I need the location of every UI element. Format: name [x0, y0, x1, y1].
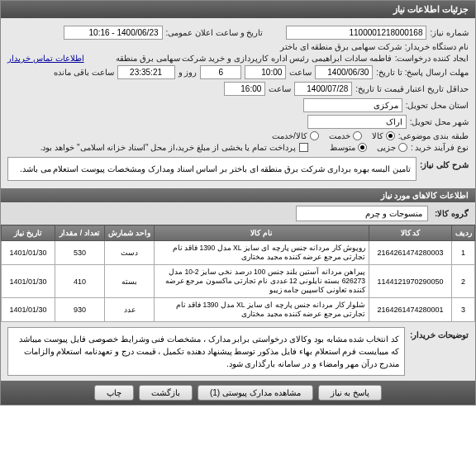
- cell-code: 2164261474280003: [369, 241, 452, 265]
- th-unit: واحد شمارش: [105, 225, 155, 241]
- footer-desc: توضیحات خریدار: کد انتخاب شده مشابه بود …: [1, 322, 475, 381]
- creator-value: فاطمه سادات ابراهیمی رئیس اداره کارپرداز…: [88, 54, 392, 63]
- cell-idx: 1: [452, 241, 475, 265]
- radio-icon: [358, 143, 367, 152]
- announce-label: تاریخ و ساعت اعلان عمومی:: [166, 28, 264, 37]
- th-idx: ردیف: [452, 225, 475, 241]
- desc-box: تامین البسه بهره برداری شرکت برق منطقه ا…: [7, 157, 416, 181]
- radio-icon: [398, 143, 407, 152]
- process-mid-radio[interactable]: متوسط: [330, 143, 367, 152]
- cell-code: 2164261474280001: [369, 298, 452, 322]
- topic-class-label: طبقه بندی موضوعی:: [398, 131, 469, 140]
- process-low-radio[interactable]: جزیی: [377, 143, 407, 152]
- remain-days: 6: [200, 65, 241, 79]
- city-label: شهر محل تحویل:: [410, 117, 469, 126]
- th-name: نام کالا: [155, 225, 369, 241]
- cell-date: 1401/01/30: [2, 298, 55, 322]
- deadline-time: 10:00: [245, 65, 286, 79]
- process-label: نوع فرآیند خرید :: [411, 143, 469, 152]
- cell-unit: دست: [105, 241, 155, 265]
- cell-code: 1144121970290050: [369, 265, 452, 298]
- payment-checkbox[interactable]: [299, 143, 308, 152]
- topic-goods-radio[interactable]: کالا: [372, 131, 395, 140]
- validity-date: 1400/07/28: [294, 82, 352, 96]
- desc-label: شرح کلی نیاز:: [420, 157, 469, 169]
- remain-suffix: ساعت باقی مانده: [54, 68, 114, 77]
- group-label: گروه کالا:: [435, 209, 469, 218]
- topic-radio-group: کالا خدمت کالا/خدمت: [272, 131, 395, 140]
- items-header: اطلاعات کالاهای مورد نیاز: [1, 188, 475, 202]
- province-label: استان محل تحویل:: [406, 101, 469, 110]
- city-value: اراک: [307, 115, 407, 129]
- main-panel: جزئیات اطلاعات نیاز شماره نیاز: 11000012…: [0, 0, 476, 405]
- saat-label-2: ساعت: [269, 84, 291, 93]
- payment-checkbox-label: پرداخت تمام یا بخشی از مبلغ خرید،از محل …: [40, 143, 296, 152]
- process-radio-group: جزیی متوسط: [330, 143, 407, 152]
- cell-qty: 930: [55, 298, 105, 322]
- table-row: 32164261474280001شلوار کار مردانه جنس پا…: [2, 298, 475, 322]
- cell-date: 1401/01/30: [2, 241, 55, 265]
- table-row: 21144121970290050پیراهن مردانه آستین بلن…: [2, 265, 475, 298]
- cell-unit: بسته: [105, 265, 155, 298]
- form-section: شماره نیاز: 1100001218000168 تاریخ و ساع…: [1, 18, 475, 188]
- th-code: کد کالا: [369, 225, 452, 241]
- cell-idx: 2: [452, 265, 475, 298]
- group-value: منسوجات و چرم: [296, 206, 428, 221]
- topic-both-radio[interactable]: کالا/خدمت: [272, 131, 319, 140]
- cell-name: پیراهن مردانه آستین بلند جنس 100 درصد نخ…: [155, 265, 369, 298]
- remain-days-label: روز و: [178, 68, 198, 77]
- reply-button[interactable]: پاسخ به نیاز: [318, 385, 383, 401]
- radio-icon: [353, 131, 362, 140]
- table-row: 12164261474280003روپوش کار مردانه جنس پا…: [2, 241, 475, 265]
- th-qty: تعداد / مقدار: [55, 225, 105, 241]
- saat-label-1: ساعت: [289, 68, 312, 77]
- back-button[interactable]: بازگشت: [139, 385, 193, 401]
- need-no-label: شماره نیاز:: [430, 28, 469, 37]
- group-row: گروه کالا: منسوجات و چرم: [1, 202, 475, 225]
- deadline-label: مهلت ارسال پاسخ: تا تاریخ:: [376, 68, 469, 77]
- deadline-date: 1400/06/30: [315, 65, 373, 79]
- cell-unit: عدد: [105, 298, 155, 322]
- cell-qty: 530: [55, 241, 105, 265]
- table-header-row: ردیف کد کالا نام کالا واحد شمارش تعداد /…: [2, 225, 475, 241]
- validity-label: حداقل تاریخ اعتبار قیمت تا تاریخ:: [355, 84, 469, 93]
- panel-title: جزئیات اطلاعات نیاز: [1, 1, 475, 18]
- need-no-value: 1100001218000168: [286, 26, 426, 40]
- buyer-org-value: شرکت سهامی برق منطقه ای باختر: [280, 42, 402, 51]
- cell-qty: 410: [55, 265, 105, 298]
- creator-label: ایجاد کننده درخواست:: [395, 54, 469, 63]
- remain-time: 23:35:21: [117, 65, 175, 79]
- announce-value: 1400/06/23 - 10:16: [64, 26, 163, 40]
- th-date: تاریخ نیاز: [2, 225, 55, 241]
- footer-desc-label: توضیحات خریدار:: [410, 327, 469, 339]
- radio-icon: [386, 131, 395, 140]
- radio-icon: [310, 131, 319, 140]
- footer-desc-box: کد انتخاب شده مشابه بود وکالای درخواستی …: [7, 327, 405, 376]
- validity-time: 16:00: [224, 82, 265, 96]
- cell-date: 1401/01/30: [2, 265, 55, 298]
- cell-name: شلوار کار مردانه جنس پارچه ای سایز XL مد…: [155, 298, 369, 322]
- items-table: ردیف کد کالا نام کالا واحد شمارش تعداد /…: [1, 225, 475, 322]
- topic-service-radio[interactable]: خدمت: [329, 131, 362, 140]
- cell-idx: 3: [452, 298, 475, 322]
- buyer-org-label: نام دستگاه خریدار:: [405, 42, 469, 51]
- attachments-button[interactable]: مشاهده مدارک پیوستی (1): [198, 385, 313, 401]
- province-value: مرکزی: [303, 98, 402, 112]
- cell-name: روپوش کار مردانه جنس پارچه ای سایز XL مد…: [155, 241, 369, 265]
- print-button[interactable]: چاپ: [94, 385, 134, 401]
- contact-link[interactable]: اطلاعات تماس خریدار: [7, 54, 84, 63]
- button-bar: پاسخ به نیاز مشاهده مدارک پیوستی (1) باز…: [1, 381, 475, 405]
